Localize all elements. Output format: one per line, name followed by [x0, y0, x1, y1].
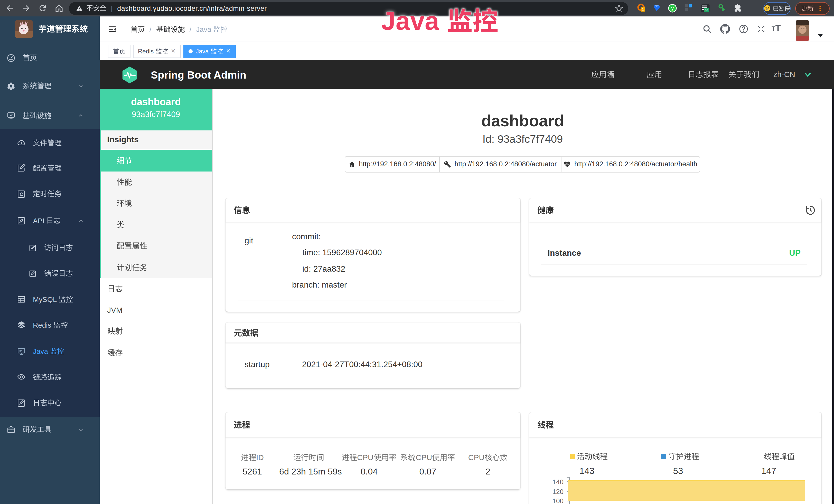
- svg-text:1: 1: [642, 7, 644, 12]
- svg-text:on: on: [705, 8, 708, 12]
- svg-text:y: y: [671, 5, 674, 11]
